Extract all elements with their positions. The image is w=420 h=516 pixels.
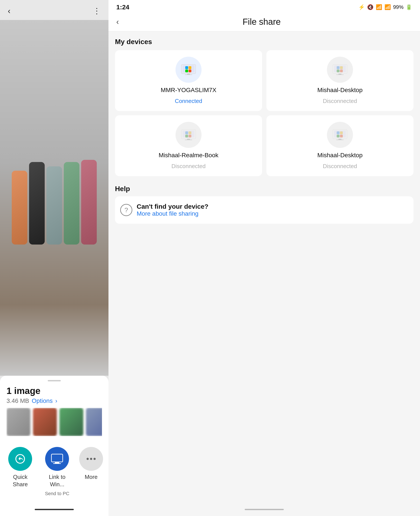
mute-icon: 🔇 [367,4,374,10]
device-card-mmr-yogaslim7x[interactable]: MMR-YOGASLIM7X Connected [115,50,262,111]
svg-point-6 [93,458,96,460]
device-name-4: Mishaal-Desktop [317,151,363,159]
device-icon-wrapper-3 [175,122,202,148]
svg-rect-12 [188,69,191,72]
device-icon-wrapper-4 [327,122,353,148]
phone-group [12,160,97,245]
signal-icon: 📶 [384,4,391,10]
right-topbar: ‹ File share [108,13,420,31]
device-card-mishaal-desktop-1[interactable]: Mishaal-Desktop Disconnected [266,50,413,111]
svg-rect-18 [340,66,343,69]
status-time: 1:24 [116,3,129,11]
svg-rect-26 [188,131,191,134]
device-name-2: Mishaal-Desktop [317,86,363,94]
svg-rect-29 [187,139,190,140]
share-actions: Quick Share Link to Win... Send to PC [7,443,102,503]
share-info: 1 image 3.46 MB Options › [7,386,102,404]
svg-rect-34 [340,131,343,134]
device-card-mishaal-desktop-2[interactable]: Mishaal-Desktop Disconnected [266,115,413,176]
more-icon [85,453,97,464]
windows-logo-1 [181,64,196,75]
link-to-win-action[interactable]: Link to Win... Send to PC [43,447,72,496]
thumbnail-2 [33,408,57,436]
svg-point-4 [87,458,89,460]
svg-rect-2 [55,462,59,463]
bottom-indicator [35,509,74,510]
svg-rect-38 [336,140,344,140]
quick-share-action[interactable]: Quick Share [7,447,34,488]
svg-rect-14 [185,75,192,75]
help-link[interactable]: More about file sharing [137,210,209,217]
device-status-1: Connected [175,98,202,104]
more-label: More [85,473,98,481]
phone-4 [64,162,79,245]
sheet-handle [48,380,61,381]
battery-level: 99% [393,4,404,10]
device-status-3: Disconnected [171,163,206,169]
quick-share-icon [15,453,26,464]
svg-rect-3 [53,463,61,464]
devices-grid: MMR-YOGASLIM7X Connected [115,50,413,176]
svg-rect-37 [338,139,341,140]
more-options-button[interactable]: ⋮ [93,7,101,16]
svg-rect-25 [185,131,188,134]
phone-1 [12,171,27,245]
thumbnail-4 [86,408,102,436]
image-preview-area [0,20,108,376]
share-meta: 3.46 MB Options › [7,397,102,404]
help-main-text: Can't find your device? [137,203,209,210]
link-to-win-label: Link to Win... [43,473,72,488]
svg-rect-22 [336,75,344,75]
link-to-win-icon-circle [45,447,69,471]
link-to-win-icon [51,453,64,464]
svg-rect-19 [337,69,339,72]
left-panel: ‹ ⋮ 1 image 3.46 MB Options › [0,0,108,516]
svg-rect-10 [188,66,191,69]
svg-rect-13 [187,74,190,75]
back-button[interactable]: ‹ [8,7,10,16]
device-status-4: Disconnected [323,163,357,169]
right-bottom-bar [108,503,420,516]
options-link[interactable]: Options [32,397,53,404]
device-icon-wrapper-2 [327,57,353,83]
windows-logo-2 [332,64,348,75]
phone-5 [81,160,97,245]
status-bar: 1:24 ⚡ 🔇 📶 📶 99% 🔋 [108,0,420,13]
svg-rect-17 [337,66,339,69]
share-thumbnails [7,408,102,436]
svg-rect-9 [185,66,188,69]
more-action[interactable]: More [80,447,102,481]
thumbnail-1 [7,408,30,436]
right-panel: 1:24 ⚡ 🔇 📶 📶 99% 🔋 ‹ File share My devic… [108,0,420,516]
svg-rect-1 [52,454,63,462]
svg-rect-28 [188,135,191,138]
bluetooth-icon: ⚡ [358,4,365,10]
bottom-sheet: 1 image 3.46 MB Options › [0,376,108,503]
wifi-icon: 📶 [376,4,382,10]
thumbnail-3 [60,408,83,436]
right-back-button[interactable]: ‹ [116,17,119,26]
device-icon-wrapper-1 [175,57,202,83]
status-icons: ⚡ 🔇 📶 📶 99% 🔋 [358,4,412,10]
more-icon-circle [79,447,103,471]
help-question-icon: ? [120,204,132,216]
help-title: Help [115,185,413,193]
left-bottom-bar [0,503,108,516]
left-topbar: ‹ ⋮ [0,0,108,20]
svg-point-5 [90,458,92,460]
device-name-1: MMR-YOGASLIM7X [161,86,217,94]
windows-logo-4 [332,129,348,140]
right-title: File share [123,17,400,27]
svg-rect-36 [340,135,343,138]
phone-3 [46,166,62,245]
link-to-win-sublabel: Send to PC [45,491,69,496]
share-size: 3.46 MB [7,397,29,404]
svg-rect-27 [185,135,188,138]
svg-rect-33 [337,131,339,134]
device-card-mishaal-realme-book[interactable]: Mishaal-Realme-Book Disconnected [115,115,262,176]
help-text-block: Can't find your device? More about file … [137,203,209,217]
battery-icon: 🔋 [406,4,412,10]
help-card: ? Can't find your device? More about fil… [115,196,413,224]
windows-logo-3 [181,129,196,140]
my-devices-title: My devices [115,38,413,46]
